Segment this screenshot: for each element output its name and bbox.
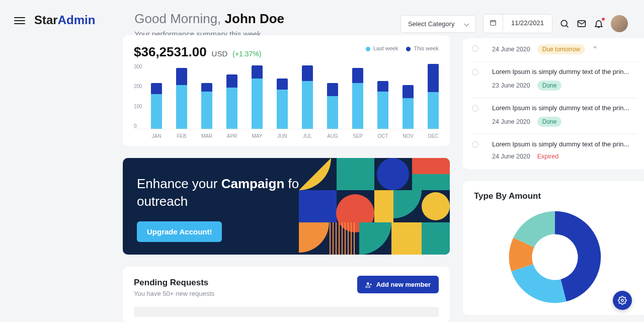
task-item[interactable]: Lorem Ipsum is simply dummy text of the … [472, 98, 638, 134]
svg-rect-6 [412, 158, 450, 174]
bar-chart: 300 200 100 0 [134, 64, 439, 129]
settings-fab-button[interactable] [613, 291, 632, 310]
svg-rect-10 [374, 190, 393, 222]
user-avatar[interactable] [611, 15, 628, 32]
task-badge: Expired [537, 153, 558, 160]
bar-jan [151, 64, 162, 129]
chevron-down-icon [464, 21, 469, 26]
svg-rect-4 [337, 158, 374, 190]
svg-rect-0 [491, 21, 496, 25]
task-date: 24 June 2020 [492, 46, 530, 53]
bar-aug [327, 64, 338, 129]
task-text: Lorem Ipsum is simply dummy text of the … [492, 140, 629, 148]
legend-this-week: This week [406, 45, 439, 51]
task-date: 23 June 2020 [492, 82, 530, 89]
menu-toggle-button[interactable] [14, 15, 25, 26]
task-badge: Done [537, 80, 562, 91]
svg-point-5 [377, 158, 409, 190]
svg-rect-22 [391, 222, 422, 255]
notification-dot [602, 18, 605, 21]
mail-icon[interactable] [577, 19, 587, 29]
task-checkbox[interactable] [472, 105, 478, 112]
add-member-label: Add new member [376, 281, 431, 288]
task-list: 24 June 2020Due tomorrowLorem Ipsum is s… [463, 38, 644, 169]
chart-currency: USD [212, 49, 228, 58]
brand-text-a: Star [34, 13, 58, 27]
greeting-prefix: Good Morning, [134, 11, 224, 26]
task-item[interactable]: Lorem Ipsum is simply dummy text of the … [472, 134, 638, 167]
donut-slice-1 [511, 264, 566, 303]
bar-oct [377, 64, 388, 129]
greeting: Good Morning, John Doe [134, 11, 391, 27]
brand-text-b: Admin [58, 13, 96, 27]
chart-legend: Last week This week [366, 45, 439, 51]
svg-rect-23 [422, 222, 450, 255]
add-user-icon [365, 281, 372, 288]
date-value: 11/22/2021 [503, 15, 552, 33]
task-item[interactable]: 24 June 2020Due tomorrow [472, 38, 638, 62]
bar-jul [302, 64, 313, 129]
bar-apr [226, 64, 237, 129]
upgrade-account-button[interactable]: Upgrade Account! [137, 221, 222, 242]
bell-icon[interactable] [594, 19, 604, 29]
task-checkbox[interactable] [472, 45, 478, 52]
bar-jun [277, 64, 288, 129]
task-date: 24 June 2020 [492, 153, 530, 160]
pending-requests-card: Pending Requests You have 50+ new reques… [123, 267, 450, 322]
category-select[interactable]: Select Category [400, 15, 476, 33]
task-checkbox[interactable] [472, 141, 478, 148]
svg-point-1 [561, 20, 567, 26]
chart-delta: (+1.37%) [232, 50, 261, 58]
svg-point-24 [367, 282, 369, 285]
task-badge: Due tomorrow [537, 44, 585, 54]
task-item[interactable]: Lorem Ipsum is simply dummy text of the … [472, 62, 638, 98]
bar-nov [403, 64, 414, 129]
chart-total: $36,2531.00 [134, 44, 207, 60]
task-date: 24 June 2020 [492, 118, 530, 125]
gear-icon [618, 296, 627, 305]
task-badge: Done [537, 117, 562, 127]
banner-artwork [299, 158, 450, 255]
upgrade-banner: Enhance your Campaign for better outreac… [123, 158, 450, 255]
donut-chart [507, 209, 603, 305]
performance-chart-card: $36,2531.00 USD (+1.37%) Last week This … [123, 35, 450, 146]
svg-point-12 [422, 192, 450, 220]
pending-placeholder-bar [134, 307, 439, 317]
calendar-icon [484, 15, 503, 33]
bar-sep [352, 64, 363, 129]
search-icon[interactable] [559, 19, 570, 29]
flag-icon[interactable] [592, 45, 599, 53]
add-new-member-button[interactable]: Add new member [357, 276, 439, 293]
legend-last-week: Last week [366, 45, 398, 51]
bar-mar [201, 64, 212, 129]
greeting-name: John Doe [225, 11, 284, 26]
date-picker[interactable]: 11/22/2021 [483, 14, 552, 33]
svg-point-25 [621, 299, 624, 302]
task-checkbox[interactable] [472, 69, 478, 75]
task-text: Lorem Ipsum is simply dummy text of the … [492, 68, 629, 75]
category-select-label: Select Category [408, 20, 455, 28]
brand-logo: StarAdmin [34, 13, 95, 27]
chart-y-labels: 300 200 100 0 [134, 64, 142, 129]
donut-title: Type By Amount [474, 191, 636, 201]
task-text: Lorem Ipsum is simply dummy text of the … [492, 104, 629, 112]
bar-feb [176, 64, 187, 129]
bar-may [252, 64, 263, 129]
chart-x-labels: JANFEBMARAPRMAYJUNJULAUGSEPOCTNOVDEC [134, 133, 439, 139]
bar-dec [428, 64, 439, 129]
svg-rect-8 [299, 190, 337, 222]
svg-rect-7 [412, 174, 450, 190]
